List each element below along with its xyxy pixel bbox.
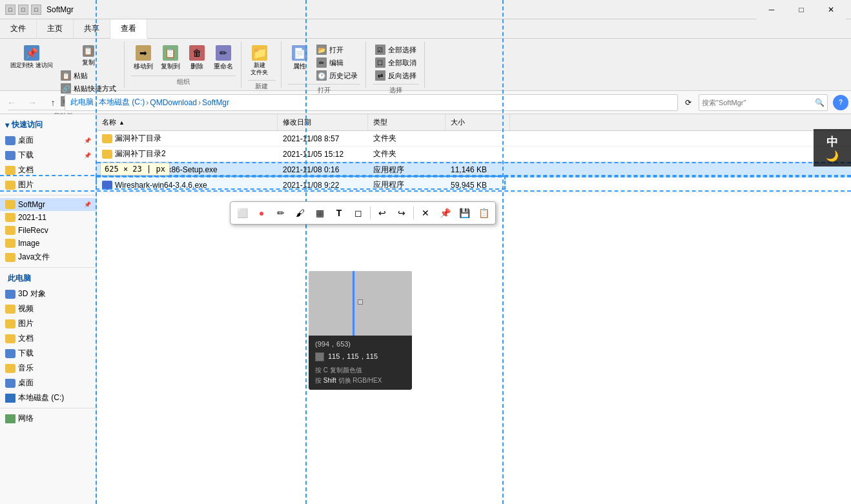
ribbon-group-open: 📄 属性 📂 打开 ✏ 编辑 🕐 bbox=[283, 41, 366, 88]
softmgr-label: SoftMgr bbox=[18, 200, 45, 209]
copyto-label: 复制到 bbox=[161, 62, 180, 71]
breadcrumb-pc[interactable]: 此电脑 bbox=[70, 97, 94, 108]
forward-button[interactable]: → bbox=[23, 94, 41, 112]
file-size-0 bbox=[446, 131, 510, 146]
search-icon[interactable]: 🔍 bbox=[815, 98, 825, 107]
downloads-label: 下载 bbox=[18, 348, 34, 359]
sidebar-item-desktop[interactable]: 桌面 📌 bbox=[0, 133, 96, 148]
sidebar-quickaccess-header[interactable]: ▾ 快速访问 bbox=[0, 117, 96, 133]
col-header-size[interactable]: 大小 bbox=[446, 114, 510, 130]
sidebar-item-3d[interactable]: 3D 对象 bbox=[0, 287, 96, 301]
up-button[interactable]: ↑ bbox=[44, 94, 62, 112]
tab-file[interactable]: 文件 bbox=[0, 19, 37, 38]
filerecv-label: FileRecv bbox=[18, 226, 48, 235]
copy-to-btn[interactable]: 📋 复制到 bbox=[158, 44, 183, 72]
folder-2021-label: 2021-11 bbox=[18, 213, 46, 222]
deselect-all-btn[interactable]: ☐ 全部取消 bbox=[373, 57, 419, 68]
back-button[interactable]: ← bbox=[3, 94, 21, 112]
tab-view[interactable]: 查看 bbox=[110, 19, 147, 39]
refresh-button[interactable]: ⟳ bbox=[681, 95, 696, 110]
properties-btn[interactable]: 📄 属性 bbox=[288, 44, 311, 72]
tab-home[interactable]: 主页 bbox=[37, 19, 74, 38]
sidebar-item-video[interactable]: 视频 bbox=[0, 301, 96, 316]
rename-icon: ✏ bbox=[216, 45, 231, 61]
search-input[interactable] bbox=[702, 99, 815, 106]
toolbar-divider-2 bbox=[413, 207, 414, 219]
main-window: 625 × 23 | px □ □ □ SoftMgr ─ □ ✕ 文件 主页 … bbox=[0, 0, 851, 504]
col-header-name[interactable]: 名称 ▲ bbox=[97, 114, 278, 130]
sidebar-item-softmgr[interactable]: SoftMgr 📌 bbox=[0, 198, 96, 211]
col-header-date[interactable]: 修改日期 bbox=[278, 114, 368, 130]
help-button[interactable]: ? bbox=[833, 95, 848, 110]
pen-tool-btn[interactable]: ✏ bbox=[272, 204, 290, 222]
paste-label: 粘贴 bbox=[74, 71, 88, 81]
sidebar-item-localc[interactable]: 本地磁盘 (C:) bbox=[0, 390, 96, 405]
sidebar-item-java[interactable]: Java文件 bbox=[0, 250, 96, 265]
softmgr-icon bbox=[5, 200, 15, 209]
history-label: 历史记录 bbox=[329, 71, 358, 81]
eraser-tool-btn[interactable]: ◻ bbox=[349, 204, 367, 222]
breadcrumb-drive[interactable]: 本地磁盘 (C:) bbox=[99, 97, 145, 108]
select-all-btn[interactable]: ☑ 全部选择 bbox=[373, 44, 419, 55]
breadcrumb-qmdownload[interactable]: QMDownload bbox=[150, 98, 197, 107]
paste-shortcut-btn[interactable]: 🔗 粘贴快捷方式 bbox=[58, 83, 119, 94]
open-icon: 📂 bbox=[316, 45, 327, 55]
sidebar-item-download[interactable]: 下载 📌 bbox=[0, 148, 96, 163]
paste-btn-ribbon[interactable]: 📋 粘贴 bbox=[58, 70, 119, 81]
sidebar-item-music[interactable]: 音乐 bbox=[0, 361, 96, 376]
edit-btn[interactable]: ✏ 编辑 bbox=[314, 57, 360, 68]
ellipse-tool-btn[interactable]: ● bbox=[252, 204, 271, 222]
sidebar-thispc-header[interactable]: 此电脑 bbox=[0, 270, 96, 287]
cancel-tool-btn[interactable]: ✕ bbox=[416, 204, 435, 222]
copy-btn-ribbon[interactable]: 📋 复制 bbox=[58, 44, 119, 68]
3d-label: 3D 对象 bbox=[18, 288, 46, 299]
move-to-btn[interactable]: ➡ 移动到 bbox=[131, 44, 156, 72]
music-icon bbox=[5, 364, 15, 373]
sidebar-item-image[interactable]: Image bbox=[0, 237, 96, 250]
rename-btn[interactable]: ✏ 重命名 bbox=[211, 44, 236, 72]
undo-tool-btn[interactable]: ↩ bbox=[373, 204, 391, 222]
delete-btn[interactable]: 🗑 删除 bbox=[185, 44, 209, 72]
file-row-3[interactable]: Wireshark-win64-3.4.6.exe 2021-11/08 9:2… bbox=[97, 177, 851, 193]
breadcrumb-softmgr[interactable]: SoftMgr bbox=[202, 98, 229, 107]
new-folder-btn[interactable]: 📁 新建文件夹 bbox=[248, 44, 271, 77]
invert-select-btn[interactable]: ⇄ 反向选择 bbox=[373, 70, 419, 81]
pin-tool-btn[interactable]: 📌 bbox=[436, 204, 454, 222]
minimize-button[interactable]: ─ bbox=[757, 0, 786, 19]
tab-share[interactable]: 共享 bbox=[74, 19, 110, 38]
sidebar-item-2021[interactable]: 2021-11 bbox=[0, 211, 96, 224]
filerecv-icon bbox=[5, 226, 15, 235]
file-name-0: 漏洞补丁目录 bbox=[97, 131, 278, 146]
color-tip-2: 按 Shift 切换 RGB/HEX bbox=[315, 376, 405, 386]
sidebar-item-downloads[interactable]: 下载 bbox=[0, 346, 96, 361]
file-row-1[interactable]: 漏洞补丁目录2 2021-11/05 15:12 文件夹 bbox=[97, 146, 851, 162]
mosaic-tool-btn[interactable]: ▦ bbox=[311, 204, 329, 222]
maximize-button[interactable]: □ bbox=[786, 0, 816, 19]
sidebar-item-docs[interactable]: 文档 bbox=[0, 163, 96, 177]
pin-quickaccess-btn[interactable]: 📌 固定到快 速访问 bbox=[8, 44, 56, 70]
sidebar-item-pictures[interactable]: 图片 bbox=[0, 316, 96, 331]
close-button[interactable]: ✕ bbox=[816, 0, 846, 19]
localc-icon bbox=[5, 394, 15, 403]
sidebar-item-filerecv[interactable]: FileRecv bbox=[0, 224, 96, 237]
text-tool-btn[interactable]: T bbox=[330, 204, 348, 222]
move-label: 移动到 bbox=[134, 62, 153, 71]
open-btn[interactable]: 📂 打开 bbox=[314, 44, 360, 55]
rect-tool-btn[interactable]: ⬜ bbox=[233, 204, 251, 222]
sidebar-divider-1 bbox=[0, 195, 96, 196]
sidebar-item-network[interactable]: 网络 bbox=[0, 411, 96, 426]
new-content: 📁 新建文件夹 bbox=[248, 41, 276, 80]
address-path[interactable]: 此电脑 › 本地磁盘 (C:) › QMDownload › SoftMgr bbox=[65, 94, 678, 111]
brush-tool-btn[interactable]: 🖌 bbox=[291, 204, 309, 222]
save-tool-btn[interactable]: 💾 bbox=[455, 204, 473, 222]
sidebar-item-pics[interactable]: 图片 bbox=[0, 177, 96, 192]
file-row-0[interactable]: 漏洞补丁目录 2021-11/08 8:57 文件夹 bbox=[97, 131, 851, 146]
file-date-3: 2021-11/08 9:22 bbox=[278, 177, 368, 192]
copy-tool-btn[interactable]: 📋 bbox=[475, 204, 493, 222]
col-header-type[interactable]: 类型 bbox=[368, 114, 446, 130]
redo-tool-btn[interactable]: ↪ bbox=[393, 204, 411, 222]
file-row-2[interactable]: Snipaste-2.7.1-x86-Setup.exe 2021-11/08 … bbox=[97, 162, 851, 177]
sidebar-item-desktop2[interactable]: 桌面 bbox=[0, 376, 96, 390]
history-btn[interactable]: 🕐 历史记录 bbox=[314, 70, 360, 81]
sidebar-item-documents[interactable]: 文档 bbox=[0, 331, 96, 346]
